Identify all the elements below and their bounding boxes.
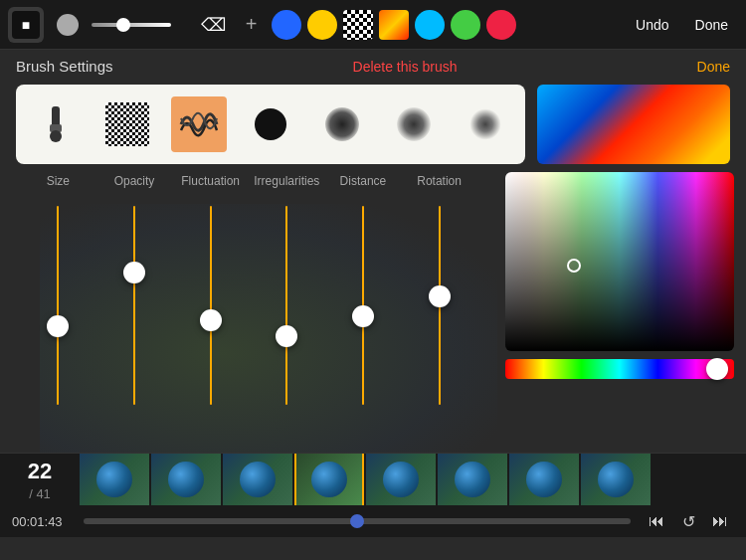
paintbrush-icon xyxy=(36,104,76,144)
irregularities-label: Irregularities xyxy=(252,174,321,188)
size-slider-container xyxy=(92,23,190,27)
fluctuation-slider-track[interactable] xyxy=(210,206,212,405)
globe-icon-7 xyxy=(526,462,562,497)
globe-icon-8 xyxy=(598,462,634,497)
brush-type-1[interactable] xyxy=(28,96,84,152)
color-green-button[interactable] xyxy=(451,10,480,40)
done-brush-button[interactable]: Done xyxy=(697,59,730,75)
timeline: 22 / 41 xyxy=(0,453,746,537)
distance-slider-col xyxy=(333,196,393,425)
smudge-icon xyxy=(54,11,82,39)
hue-slider-thumb[interactable] xyxy=(706,358,728,380)
frame-inner-8 xyxy=(581,454,651,505)
frame-thumb-2[interactable] xyxy=(151,454,221,505)
distance-label: Distance xyxy=(328,174,398,188)
frame-inner-5 xyxy=(366,454,436,505)
done-top-button[interactable]: Done xyxy=(685,13,738,37)
delete-brush-button[interactable]: Delete this brush xyxy=(353,59,458,75)
frame-thumb-5[interactable] xyxy=(366,454,436,505)
size-slider-thumb[interactable] xyxy=(47,315,69,337)
color-orange-button[interactable] xyxy=(379,10,409,40)
add-tool-button[interactable]: + xyxy=(238,11,266,39)
brush-tool-button[interactable]: ■ xyxy=(8,7,44,43)
soft-circle-preview xyxy=(325,107,359,141)
globe-icon-6 xyxy=(455,462,490,497)
scribble-brush-preview xyxy=(177,102,221,146)
frame-inner-1 xyxy=(80,454,149,505)
brush-settings-title: Brush Settings xyxy=(16,58,113,75)
brush-type-5[interactable] xyxy=(314,96,370,152)
globe-icon-5 xyxy=(383,462,419,497)
opacity-slider-thumb[interactable] xyxy=(123,262,145,283)
rotation-slider-col xyxy=(410,196,469,425)
fluctuation-slider-thumb[interactable] xyxy=(200,309,222,331)
irregularities-slider-track[interactable] xyxy=(285,206,287,405)
eraser-icon: ⌫ xyxy=(201,14,226,36)
globe-icon-1 xyxy=(96,462,132,497)
smudge-tool-button[interactable] xyxy=(50,7,86,43)
frame-inner-3 xyxy=(223,454,292,505)
brush-type-2[interactable] xyxy=(99,96,155,152)
brush-settings-panel: Brush Settings Delete this brush Done xyxy=(0,50,746,164)
time-display: 00:01:43 xyxy=(12,514,72,529)
color-pattern-button[interactable] xyxy=(343,10,373,40)
color-red-button[interactable] xyxy=(486,10,516,40)
fluctuation-slider-col xyxy=(181,196,241,425)
color-cyan-button[interactable] xyxy=(415,10,445,40)
brush-header: Brush Settings Delete this brush Done xyxy=(16,58,730,75)
brush-type-6[interactable] xyxy=(386,96,442,152)
frames-strip xyxy=(80,454,746,505)
color-blue-button[interactable] xyxy=(272,10,301,40)
irregularities-slider-col xyxy=(257,196,316,425)
progress-thumb[interactable] xyxy=(350,514,364,528)
color-crosshair[interactable] xyxy=(567,259,581,273)
dots-brush-preview xyxy=(105,102,149,146)
hue-slider-track[interactable] xyxy=(505,359,734,379)
frame-thumb-6[interactable] xyxy=(438,454,507,505)
slider-labels: Size Opacity Fluctuation Irregularities … xyxy=(20,174,477,188)
opacity-slider-track[interactable] xyxy=(133,206,135,405)
size-slider-col xyxy=(28,196,88,425)
softer-circle-preview xyxy=(397,107,431,141)
color-preview-box xyxy=(537,85,730,164)
progress-track[interactable] xyxy=(84,518,631,524)
frame-inner-6 xyxy=(438,454,507,505)
rewind-button[interactable]: ⏮ xyxy=(643,507,670,535)
brush-type-4[interactable] xyxy=(243,96,298,152)
top-toolbar: ■ ⌫ + Undo Done xyxy=(0,0,746,50)
timeline-frames: 22 / 41 xyxy=(0,454,746,505)
main-area: Size Opacity Fluctuation Irregularities … xyxy=(0,164,746,453)
size-slider-track xyxy=(92,23,171,27)
timeline-controls: 00:01:43 ⏮ ↺ ⏭ xyxy=(0,505,746,537)
frame-inner-2 xyxy=(151,454,221,505)
undo-button[interactable]: Undo xyxy=(626,13,678,37)
rotation-label: Rotation xyxy=(405,174,474,188)
size-slider-thumb[interactable] xyxy=(116,18,130,32)
replay-button[interactable]: ↺ xyxy=(674,507,702,535)
color-saturation-value-box[interactable] xyxy=(505,172,734,351)
frame-counter: 22 / 41 xyxy=(0,454,80,505)
rotation-slider-thumb[interactable] xyxy=(429,285,451,307)
brush-type-3-selected[interactable] xyxy=(171,96,227,152)
opacity-slider-col xyxy=(104,196,164,425)
rotation-slider-track[interactable] xyxy=(439,206,441,405)
irregularities-slider-thumb[interactable] xyxy=(276,325,297,347)
sliders-row xyxy=(20,196,477,425)
eraser-tool-button[interactable]: ⌫ xyxy=(196,7,232,43)
frame-thumb-4-active[interactable] xyxy=(294,454,364,505)
brush-type-7[interactable] xyxy=(458,96,513,152)
distance-slider-thumb[interactable] xyxy=(352,305,374,327)
distance-slider-track[interactable] xyxy=(362,206,364,405)
svg-point-3 xyxy=(50,130,62,142)
opacity-label: Opacity xyxy=(99,174,169,188)
softest-circle-preview xyxy=(468,107,502,141)
frame-thumb-8[interactable] xyxy=(581,454,651,505)
frame-thumb-7[interactable] xyxy=(509,454,579,505)
forward-button[interactable]: ⏭ xyxy=(706,507,734,535)
frame-thumb-1[interactable] xyxy=(80,454,149,505)
frame-inner-7 xyxy=(509,454,579,505)
size-slider-track[interactable] xyxy=(57,206,59,405)
color-yellow-button[interactable] xyxy=(307,10,337,40)
frame-thumb-3[interactable] xyxy=(223,454,292,505)
size-label: Size xyxy=(23,174,93,188)
